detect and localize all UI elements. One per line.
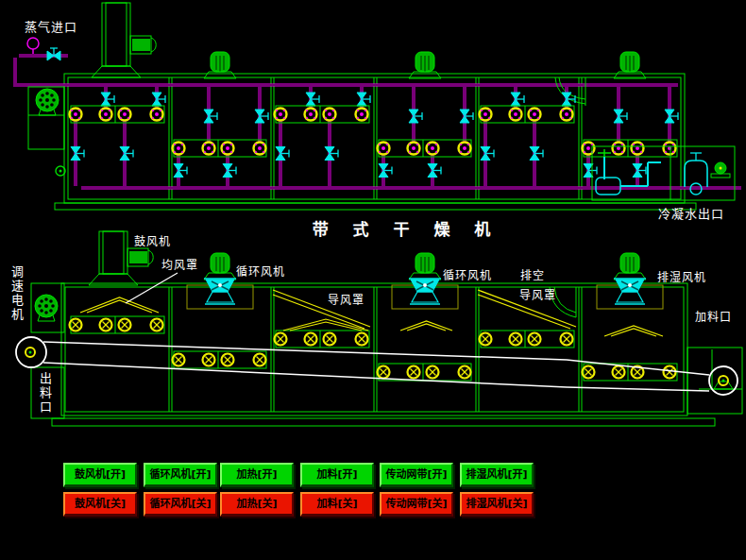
label-feed-inlet: 加料口 [695,312,732,324]
button-exhaust-fan-on[interactable]: 排湿风机[开] [460,463,534,487]
label-circ-fan-2: 循环风机 [443,270,492,282]
label-steam-inlet: 蒸气进口 [25,21,77,33]
button-feed-off[interactable]: 加料[关] [300,492,374,517]
label-condensate-outlet: 冷凝水出口 [658,208,724,220]
speed-motor-wheel [35,295,58,321]
button-exhaust-fan-off[interactable]: 排湿风机[关] [460,492,534,517]
steam-bay [275,87,371,186]
steam-inlet-piping [15,38,68,83]
steam-bay [70,87,166,186]
label-discharge: 出料口 [39,372,51,415]
dryer-bay [480,331,575,348]
button-heat-on[interactable]: 加热[开] [220,463,294,487]
blower-chimney-top [92,3,156,77]
label-guide-hood-1: 导风罩 [328,295,365,307]
top-fan-wheel [36,89,59,115]
dryer-bay [173,351,267,368]
air-hoods [80,290,663,336]
vent-duct-top [555,77,585,106]
top-motor [204,52,236,78]
label-vent: 排空 [520,270,545,282]
button-blower-off[interactable]: 鼓风机[关] [63,492,137,517]
dryer-bay [378,364,472,381]
label-blower: 鼓风机 [134,236,171,248]
button-belt-drive-off[interactable]: 传动网带[关] [380,492,453,517]
steam-bay [378,87,474,186]
dryer-bay [70,316,165,333]
hmi-screen: 带 式 干 燥 机 蒸气进口 冷凝水出口 鼓风机 均风罩 循环风机 导风罩 循环… [0,0,746,560]
steam-bay [480,87,576,186]
dryer-bay [275,331,370,348]
label-equal-hood: 均风罩 [161,260,198,272]
circulation-fan [597,253,663,309]
machine-title: 带 式 干 燥 机 [279,216,534,240]
feed-roller-highlight [709,366,738,395]
top-motor [614,52,646,78]
steam-bay [583,87,679,186]
steam-dryer-elevation [13,74,741,210]
steam-bay [173,87,269,186]
label-speed-motor: 调速电机 [10,265,23,322]
button-blower-on[interactable]: 鼓风机[开] [63,463,137,487]
button-belt-drive-on[interactable]: 传动网带[开] [380,463,453,487]
button-circ-fan-off[interactable]: 循环风机[关] [144,492,217,517]
discharge-roller-highlight [16,337,46,367]
button-feed-on[interactable]: 加料[开] [300,463,374,487]
top-motor [409,52,441,78]
hood-pointer-line [126,273,178,303]
label-exhaust-fan: 排湿风机 [657,272,706,284]
button-circ-fan-on[interactable]: 循环风机[开] [144,463,217,487]
label-circ-fan-1: 循环风机 [236,266,285,279]
steam-trap [592,146,735,200]
label-guide-hood-2: 导风罩 [519,290,556,302]
button-heat-off[interactable]: 加热[关] [220,492,294,517]
